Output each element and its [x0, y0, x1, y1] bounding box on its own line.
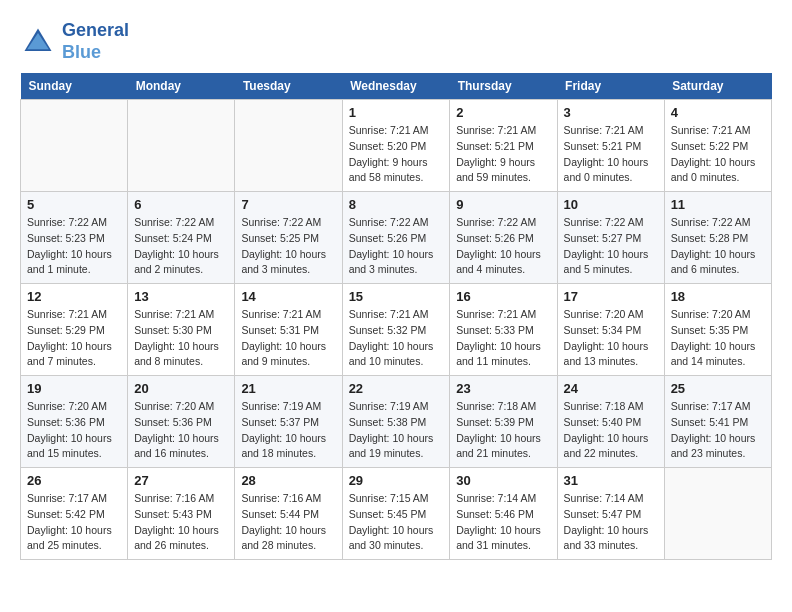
day-detail: Sunrise: 7:18 AMSunset: 5:39 PMDaylight:…: [456, 399, 550, 462]
day-detail: Sunrise: 7:21 AMSunset: 5:21 PMDaylight:…: [456, 123, 550, 186]
day-number: 8: [349, 197, 444, 212]
day-number: 6: [134, 197, 228, 212]
calendar-cell: 3Sunrise: 7:21 AMSunset: 5:21 PMDaylight…: [557, 100, 664, 192]
day-number: 28: [241, 473, 335, 488]
weekday-header-friday: Friday: [557, 73, 664, 100]
calendar-cell: 28Sunrise: 7:16 AMSunset: 5:44 PMDayligh…: [235, 468, 342, 560]
day-detail: Sunrise: 7:17 AMSunset: 5:41 PMDaylight:…: [671, 399, 765, 462]
day-number: 27: [134, 473, 228, 488]
calendar-cell: 27Sunrise: 7:16 AMSunset: 5:43 PMDayligh…: [128, 468, 235, 560]
day-detail: Sunrise: 7:22 AMSunset: 5:27 PMDaylight:…: [564, 215, 658, 278]
day-detail: Sunrise: 7:22 AMSunset: 5:25 PMDaylight:…: [241, 215, 335, 278]
day-detail: Sunrise: 7:16 AMSunset: 5:44 PMDaylight:…: [241, 491, 335, 554]
day-number: 12: [27, 289, 121, 304]
day-number: 31: [564, 473, 658, 488]
day-number: 15: [349, 289, 444, 304]
calendar-cell: 16Sunrise: 7:21 AMSunset: 5:33 PMDayligh…: [450, 284, 557, 376]
day-detail: Sunrise: 7:17 AMSunset: 5:42 PMDaylight:…: [27, 491, 121, 554]
week-row-5: 26Sunrise: 7:17 AMSunset: 5:42 PMDayligh…: [21, 468, 772, 560]
day-number: 2: [456, 105, 550, 120]
day-number: 14: [241, 289, 335, 304]
day-number: 5: [27, 197, 121, 212]
day-number: 26: [27, 473, 121, 488]
page-header: General Blue: [20, 20, 772, 63]
day-number: 25: [671, 381, 765, 396]
day-detail: Sunrise: 7:21 AMSunset: 5:30 PMDaylight:…: [134, 307, 228, 370]
day-number: 20: [134, 381, 228, 396]
calendar-cell: 17Sunrise: 7:20 AMSunset: 5:34 PMDayligh…: [557, 284, 664, 376]
calendar-cell: 11Sunrise: 7:22 AMSunset: 5:28 PMDayligh…: [664, 192, 771, 284]
day-detail: Sunrise: 7:21 AMSunset: 5:20 PMDaylight:…: [349, 123, 444, 186]
calendar-cell: 8Sunrise: 7:22 AMSunset: 5:26 PMDaylight…: [342, 192, 450, 284]
calendar-cell: 13Sunrise: 7:21 AMSunset: 5:30 PMDayligh…: [128, 284, 235, 376]
day-detail: Sunrise: 7:22 AMSunset: 5:26 PMDaylight:…: [349, 215, 444, 278]
day-detail: Sunrise: 7:22 AMSunset: 5:26 PMDaylight:…: [456, 215, 550, 278]
day-detail: Sunrise: 7:21 AMSunset: 5:21 PMDaylight:…: [564, 123, 658, 186]
day-number: 9: [456, 197, 550, 212]
day-number: 10: [564, 197, 658, 212]
day-detail: Sunrise: 7:22 AMSunset: 5:23 PMDaylight:…: [27, 215, 121, 278]
day-detail: Sunrise: 7:18 AMSunset: 5:40 PMDaylight:…: [564, 399, 658, 462]
calendar-cell: 6Sunrise: 7:22 AMSunset: 5:24 PMDaylight…: [128, 192, 235, 284]
weekday-header-saturday: Saturday: [664, 73, 771, 100]
calendar-cell: 20Sunrise: 7:20 AMSunset: 5:36 PMDayligh…: [128, 376, 235, 468]
day-detail: Sunrise: 7:19 AMSunset: 5:38 PMDaylight:…: [349, 399, 444, 462]
day-detail: Sunrise: 7:16 AMSunset: 5:43 PMDaylight:…: [134, 491, 228, 554]
calendar-cell: 26Sunrise: 7:17 AMSunset: 5:42 PMDayligh…: [21, 468, 128, 560]
day-detail: Sunrise: 7:21 AMSunset: 5:29 PMDaylight:…: [27, 307, 121, 370]
calendar-cell: [235, 100, 342, 192]
day-detail: Sunrise: 7:22 AMSunset: 5:28 PMDaylight:…: [671, 215, 765, 278]
day-detail: Sunrise: 7:21 AMSunset: 5:22 PMDaylight:…: [671, 123, 765, 186]
day-detail: Sunrise: 7:20 AMSunset: 5:36 PMDaylight:…: [27, 399, 121, 462]
logo: General Blue: [20, 20, 129, 63]
day-number: 29: [349, 473, 444, 488]
weekday-header-monday: Monday: [128, 73, 235, 100]
weekday-header-row: SundayMondayTuesdayWednesdayThursdayFrid…: [21, 73, 772, 100]
calendar-cell: 31Sunrise: 7:14 AMSunset: 5:47 PMDayligh…: [557, 468, 664, 560]
weekday-header-sunday: Sunday: [21, 73, 128, 100]
calendar-cell: 15Sunrise: 7:21 AMSunset: 5:32 PMDayligh…: [342, 284, 450, 376]
logo-text: General Blue: [62, 20, 129, 63]
calendar-cell: 2Sunrise: 7:21 AMSunset: 5:21 PMDaylight…: [450, 100, 557, 192]
day-number: 13: [134, 289, 228, 304]
weekday-header-tuesday: Tuesday: [235, 73, 342, 100]
calendar-cell: [664, 468, 771, 560]
calendar-cell: 23Sunrise: 7:18 AMSunset: 5:39 PMDayligh…: [450, 376, 557, 468]
calendar-cell: [21, 100, 128, 192]
weekday-header-wednesday: Wednesday: [342, 73, 450, 100]
calendar-cell: 4Sunrise: 7:21 AMSunset: 5:22 PMDaylight…: [664, 100, 771, 192]
calendar-cell: 5Sunrise: 7:22 AMSunset: 5:23 PMDaylight…: [21, 192, 128, 284]
week-row-3: 12Sunrise: 7:21 AMSunset: 5:29 PMDayligh…: [21, 284, 772, 376]
day-detail: Sunrise: 7:22 AMSunset: 5:24 PMDaylight:…: [134, 215, 228, 278]
calendar-cell: 29Sunrise: 7:15 AMSunset: 5:45 PMDayligh…: [342, 468, 450, 560]
day-number: 1: [349, 105, 444, 120]
day-detail: Sunrise: 7:15 AMSunset: 5:45 PMDaylight:…: [349, 491, 444, 554]
calendar-cell: 14Sunrise: 7:21 AMSunset: 5:31 PMDayligh…: [235, 284, 342, 376]
day-number: 4: [671, 105, 765, 120]
calendar-table: SundayMondayTuesdayWednesdayThursdayFrid…: [20, 73, 772, 560]
calendar-cell: 22Sunrise: 7:19 AMSunset: 5:38 PMDayligh…: [342, 376, 450, 468]
weekday-header-thursday: Thursday: [450, 73, 557, 100]
week-row-4: 19Sunrise: 7:20 AMSunset: 5:36 PMDayligh…: [21, 376, 772, 468]
calendar-cell: 1Sunrise: 7:21 AMSunset: 5:20 PMDaylight…: [342, 100, 450, 192]
day-number: 16: [456, 289, 550, 304]
logo-icon: [20, 24, 56, 60]
day-detail: Sunrise: 7:21 AMSunset: 5:31 PMDaylight:…: [241, 307, 335, 370]
calendar-cell: 19Sunrise: 7:20 AMSunset: 5:36 PMDayligh…: [21, 376, 128, 468]
day-detail: Sunrise: 7:21 AMSunset: 5:32 PMDaylight:…: [349, 307, 444, 370]
day-detail: Sunrise: 7:20 AMSunset: 5:34 PMDaylight:…: [564, 307, 658, 370]
calendar-cell: 25Sunrise: 7:17 AMSunset: 5:41 PMDayligh…: [664, 376, 771, 468]
day-detail: Sunrise: 7:21 AMSunset: 5:33 PMDaylight:…: [456, 307, 550, 370]
calendar-cell: 18Sunrise: 7:20 AMSunset: 5:35 PMDayligh…: [664, 284, 771, 376]
day-detail: Sunrise: 7:20 AMSunset: 5:36 PMDaylight:…: [134, 399, 228, 462]
calendar-cell: 30Sunrise: 7:14 AMSunset: 5:46 PMDayligh…: [450, 468, 557, 560]
day-detail: Sunrise: 7:14 AMSunset: 5:46 PMDaylight:…: [456, 491, 550, 554]
day-number: 3: [564, 105, 658, 120]
week-row-1: 1Sunrise: 7:21 AMSunset: 5:20 PMDaylight…: [21, 100, 772, 192]
day-detail: Sunrise: 7:19 AMSunset: 5:37 PMDaylight:…: [241, 399, 335, 462]
calendar-cell: 9Sunrise: 7:22 AMSunset: 5:26 PMDaylight…: [450, 192, 557, 284]
week-row-2: 5Sunrise: 7:22 AMSunset: 5:23 PMDaylight…: [21, 192, 772, 284]
calendar-cell: 7Sunrise: 7:22 AMSunset: 5:25 PMDaylight…: [235, 192, 342, 284]
day-number: 19: [27, 381, 121, 396]
calendar-cell: 10Sunrise: 7:22 AMSunset: 5:27 PMDayligh…: [557, 192, 664, 284]
